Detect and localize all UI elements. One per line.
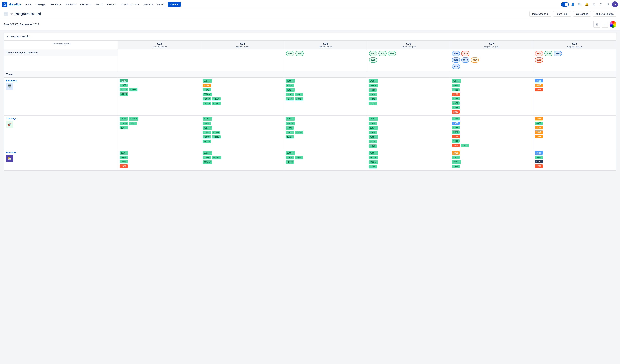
card[interactable]: 4273 xyxy=(203,88,211,91)
card[interactable]: 3422 xyxy=(535,79,543,82)
card[interactable]: 3166 xyxy=(451,135,460,138)
card[interactable]: 881 › xyxy=(129,122,137,125)
obj-badge[interactable]: 1327 xyxy=(369,51,377,56)
card[interactable]: 3973 xyxy=(451,130,460,134)
card[interactable]: 5433 xyxy=(369,88,377,92)
card[interactable]: ‹ 2597 xyxy=(203,135,211,138)
card[interactable]: 3890 xyxy=(120,160,128,163)
card[interactable]: 3526 xyxy=(369,122,377,125)
card[interactable]: 2885 xyxy=(461,144,469,147)
card[interactable]: 1636 xyxy=(120,79,128,82)
obj-badge[interactable]: 3618 xyxy=(452,64,460,69)
card[interactable]: 3973 xyxy=(451,101,460,105)
card[interactable]: 4274 xyxy=(286,84,294,87)
card[interactable]: 3166 xyxy=(451,92,460,96)
card[interactable]: ‹ 2729 xyxy=(203,102,211,105)
create-button[interactable]: Create xyxy=(168,2,181,7)
card[interactable]: 5478 xyxy=(451,106,460,109)
card[interactable]: 1080 xyxy=(451,144,460,147)
team-cowboys-name[interactable]: Cowboys xyxy=(6,117,116,120)
card[interactable]: 2938 xyxy=(535,88,543,91)
card[interactable]: 4177 xyxy=(369,165,377,168)
obj-badge[interactable]: 3502 xyxy=(535,57,543,62)
card[interactable]: 3421 xyxy=(451,88,460,91)
card[interactable]: 3973 ✓ xyxy=(369,156,378,159)
card[interactable]: 4209 xyxy=(203,84,211,87)
obj-badge[interactable]: 3598 xyxy=(369,57,377,62)
obj-badge[interactable]: 3604 xyxy=(471,57,479,62)
expand-icon[interactable]: ⤢ xyxy=(602,21,608,28)
card[interactable]: 4052 ✓ xyxy=(286,117,295,121)
team-baltimore-name[interactable]: Baltimore xyxy=(6,79,116,82)
card[interactable]: 2735 xyxy=(295,156,303,159)
card[interactable]: 2626 xyxy=(120,165,128,168)
profile-icon[interactable]: 👤 xyxy=(570,1,576,7)
card[interactable]: 1554 xyxy=(535,130,543,134)
obj-badge[interactable]: 1457 xyxy=(378,51,387,56)
card[interactable]: 3965 xyxy=(451,165,460,168)
theme-toggle[interactable] xyxy=(561,2,569,7)
card[interactable]: 3431 xyxy=(120,156,128,159)
card[interactable]: 4379 ✓ xyxy=(203,117,212,121)
card[interactable]: ‹ 2481 xyxy=(129,88,138,91)
card[interactable]: ‹ 2506 xyxy=(120,92,128,96)
card[interactable]: 832 ✓ xyxy=(369,140,377,143)
card[interactable]: 2551 xyxy=(203,156,211,159)
card[interactable]: ‹ 2553 xyxy=(212,131,220,134)
card[interactable]: 3421 xyxy=(451,117,460,121)
card[interactable]: 1983 ✓ xyxy=(369,126,378,130)
obj-badge[interactable]: 3600 xyxy=(461,51,469,56)
team-rank-button[interactable]: Team Rank xyxy=(553,11,571,16)
card[interactable]: 2417 › xyxy=(203,140,211,143)
obj-badge[interactable]: 3603 xyxy=(461,57,469,62)
star-icon[interactable]: ☆ xyxy=(10,12,13,16)
card[interactable]: 4207 ✓ xyxy=(451,79,461,83)
notifications-icon[interactable]: 🔔 xyxy=(584,1,590,7)
card[interactable]: 2865 xyxy=(451,110,460,114)
nav-team[interactable]: Team ▾ xyxy=(93,2,104,7)
card[interactable]: 2899 xyxy=(535,135,543,138)
card[interactable]: 2509 xyxy=(120,117,128,121)
help-icon[interactable]: ? xyxy=(598,1,604,7)
obj-badge[interactable]: 3498 xyxy=(554,51,562,56)
card[interactable]: 3292 xyxy=(369,97,377,101)
card[interactable]: ‹ 2734 xyxy=(286,97,294,101)
card[interactable]: 378 xyxy=(286,93,294,96)
nav-program[interactable]: Program ▾ xyxy=(78,2,93,7)
card[interactable]: 3965 xyxy=(451,121,460,125)
obj-badge[interactable]: 3602 xyxy=(452,57,460,62)
card[interactable]: 3927 xyxy=(451,156,460,159)
extra-configs-button[interactable]: ⚙ Extra Configs xyxy=(593,11,616,16)
card[interactable]: ‹ 2464 xyxy=(120,122,128,125)
card[interactable]: 4013 xyxy=(369,93,377,96)
tasks-icon[interactable]: ☑ xyxy=(591,1,597,7)
card[interactable]: 2674 xyxy=(295,93,303,96)
card[interactable]: 3978 xyxy=(203,122,211,125)
obj-badge[interactable]: 3594 xyxy=(286,51,294,56)
card[interactable]: 2595 ✓ xyxy=(212,156,221,159)
card[interactable]: 1231 › xyxy=(286,135,294,138)
avatar[interactable]: JA xyxy=(612,1,618,7)
card[interactable]: 4024 xyxy=(535,117,543,121)
card[interactable]: 4302 ✓ xyxy=(369,160,378,164)
card[interactable]: 3417 xyxy=(535,126,543,129)
card[interactable]: ‹ 2724 xyxy=(120,88,128,91)
card[interactable]: 2727 ✓ xyxy=(129,117,138,121)
card[interactable]: ‹ 2768 xyxy=(286,160,294,164)
card[interactable]: ‹ 2815 xyxy=(212,102,220,105)
card[interactable]: 5431 xyxy=(535,156,543,159)
nav-starred[interactable]: Starred ▾ xyxy=(142,2,155,7)
nav-items[interactable]: Items ▾ xyxy=(155,2,166,7)
card[interactable]: 4273 xyxy=(286,126,294,130)
card[interactable]: 3489 xyxy=(535,151,543,154)
nav-solution[interactable]: Solution ▾ xyxy=(64,2,78,7)
grid-view-icon[interactable]: ⊞ xyxy=(593,21,600,28)
obj-badge[interactable]: 1247 xyxy=(535,51,543,56)
sidebar-toggle[interactable]: › xyxy=(4,12,8,16)
card[interactable]: 5426 xyxy=(451,97,460,100)
card[interactable]: 3422 xyxy=(535,121,543,125)
card[interactable]: 2675 xyxy=(286,156,294,159)
team-houston-name[interactable]: Houston xyxy=(6,151,116,154)
card[interactable]: 1243 › xyxy=(120,126,128,129)
card[interactable]: 4056 xyxy=(369,144,377,148)
